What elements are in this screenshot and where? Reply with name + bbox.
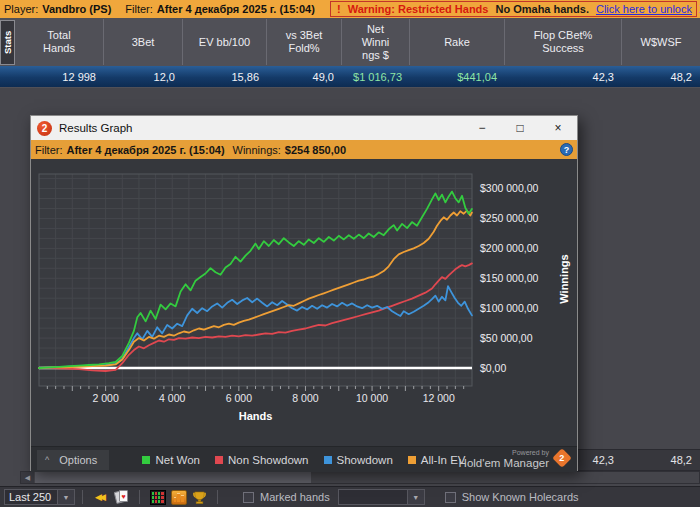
- hm2-badge-icon: 2: [552, 448, 572, 468]
- legend-swatch-orange: [408, 456, 416, 464]
- hand-range-value[interactable]: Last 250: [4, 489, 58, 505]
- legend-item-all-in-ev: All-In EV: [408, 454, 466, 466]
- results-graph-window: 2 Results Graph − □ × Filter: After 4 де…: [30, 115, 578, 471]
- bottom-toolbar: Last 250 ▼ ◀◀ ♥ Marked hands: [0, 486, 700, 507]
- scroll-left-arrow-icon[interactable]: ◀: [21, 472, 34, 483]
- close-button[interactable]: ×: [539, 117, 577, 139]
- svg-text:12 000: 12 000: [423, 392, 455, 404]
- filter-value: After 4 декабря 2025 г. (15:04): [157, 3, 315, 15]
- svg-text:8 000: 8 000: [292, 392, 318, 404]
- cell-net-winnings: $1 016,73: [342, 66, 410, 87]
- hand-history-button[interactable]: ♥: [113, 489, 130, 505]
- hand-range-select[interactable]: Last 250 ▼: [4, 489, 75, 505]
- show-known-holecards-label: Show Known Holecards: [462, 491, 579, 503]
- stats-vertical-tab[interactable]: Stats: [0, 20, 15, 65]
- col-header-3bet[interactable]: 3Bet: [104, 19, 183, 65]
- svg-text:Winnings: Winnings: [558, 254, 570, 303]
- chart-canvas: 2 0004 0006 0008 00010 00012 000Hands$0,…: [31, 159, 577, 446]
- svg-text:4 000: 4 000: [159, 392, 185, 404]
- top-status-bar: Player: Vandbro (PS) Filter: After 4 дек…: [0, 0, 700, 18]
- trophy-icon: [192, 490, 207, 505]
- totals-wswsf: 48,2: [671, 454, 692, 466]
- warning-exclamation-icon: !: [337, 3, 341, 15]
- restricted-hands-warning: ! Warning: Restricted Hands No Omaha han…: [330, 1, 697, 17]
- maximize-button[interactable]: □: [501, 117, 539, 139]
- cell-wswsf: 48,2: [622, 66, 700, 87]
- chevron-up-icon: ^: [45, 455, 49, 465]
- marked-hands-checkbox[interactable]: [243, 492, 254, 503]
- cell-rake: $441,04: [410, 66, 505, 87]
- col-header-flop-cbet[interactable]: Flop CBet% Success: [505, 19, 622, 65]
- warning-detail: No Omaha hands.: [495, 3, 589, 15]
- app-screen: Player: Vandbro (PS) Filter: After 4 дек…: [0, 0, 700, 507]
- options-button[interactable]: ^ Options: [37, 450, 109, 470]
- graph-bottom-bar: ^ Options Net Won Non Showdown Showdown: [31, 446, 577, 472]
- graph-filter-value: After 4 декабря 2025 г. (15:04): [67, 144, 225, 156]
- options-label: Options: [59, 454, 97, 466]
- marked-hands-label: Marked hands: [260, 491, 330, 503]
- svg-text:10 000: 10 000: [356, 392, 388, 404]
- svg-text:2 000: 2 000: [92, 392, 118, 404]
- svg-text:$300 000,00: $300 000,00: [480, 182, 539, 194]
- holdem-manager-text: Hold'em Manager: [459, 458, 549, 468]
- col-header-wswsf[interactable]: W$WSF: [622, 19, 700, 65]
- col-header-net-winnings[interactable]: Net Winni ngs $: [342, 19, 410, 65]
- replay-hands-button[interactable]: ◀◀: [92, 489, 109, 505]
- range-matrix-icon: [150, 490, 166, 505]
- cell-ev-bb100: 15,86: [183, 66, 267, 87]
- svg-text:$150 000,00: $150 000,00: [480, 272, 539, 284]
- results-chart: 2 0004 0006 0008 00010 00012 000Hands$0,…: [31, 159, 577, 446]
- card-heart-icon: ♥: [119, 490, 128, 502]
- show-known-holecards-checkbox[interactable]: [445, 492, 456, 503]
- chevron-down-icon[interactable]: ▼: [58, 489, 75, 505]
- marked-hands-select[interactable]: ▼: [338, 489, 425, 505]
- legend-item-non-showdown: Non Showdown: [215, 454, 309, 466]
- hand-range-grid-button[interactable]: [149, 489, 166, 505]
- help-icon[interactable]: ?: [560, 143, 573, 156]
- minimize-button[interactable]: −: [463, 117, 501, 139]
- stats-strip: Stats Total Hands 3Bet EV bb/100 vs 3Bet…: [0, 18, 700, 88]
- double-left-arrows-icon: ◀◀: [95, 492, 106, 502]
- toolbar-divider: [82, 490, 83, 504]
- scrollbar-thumb[interactable]: [35, 472, 311, 483]
- warning-title: Warning: Restricted Hands: [348, 3, 489, 15]
- hm2-logo-icon: 2: [37, 121, 52, 136]
- col-header-ev-bb100[interactable]: EV bb/100: [183, 19, 267, 65]
- legend-item-showdown: Showdown: [324, 454, 393, 466]
- svg-text:$0,00: $0,00: [480, 362, 506, 374]
- svg-text:$250 000,00: $250 000,00: [480, 212, 539, 224]
- graph-filter-bar: Filter: After 4 декабря 2025 г. (15:04) …: [31, 140, 577, 159]
- graph-button[interactable]: [170, 489, 187, 505]
- svg-text:$50 000,00: $50 000,00: [480, 332, 533, 344]
- filter-label: Filter:: [125, 3, 153, 15]
- bar-chart-icon: [171, 490, 187, 505]
- legend-swatch-blue: [324, 456, 332, 464]
- chevron-down-icon[interactable]: ▼: [408, 489, 425, 505]
- stats-header-row: Total Hands 3Bet EV bb/100 vs 3Bet Fold%…: [15, 19, 700, 65]
- player-label: Player:: [4, 3, 38, 15]
- col-header-total-hands[interactable]: Total Hands: [15, 19, 104, 65]
- legend-item-net-won: Net Won: [142, 454, 200, 466]
- toolbar-divider: [139, 490, 140, 504]
- unlock-link[interactable]: Click here to unlock: [596, 3, 692, 15]
- window-title: Results Graph: [59, 122, 133, 134]
- powered-by-branding: Powered by Hold'em Manager 2: [459, 448, 569, 468]
- legend-swatch-green: [142, 456, 150, 464]
- window-title-bar[interactable]: 2 Results Graph − □ ×: [31, 116, 577, 140]
- winnings-value: $254 850,00: [285, 144, 346, 156]
- stats-data-row[interactable]: 12 998 12,0 15,86 49,0 $1 016,73 $441,04…: [0, 66, 700, 87]
- toolbar-divider: [217, 490, 218, 504]
- winnings-label: Winnings:: [233, 144, 281, 156]
- cell-vs-3bet-fold: 49,0: [267, 66, 342, 87]
- svg-text:Hands: Hands: [239, 410, 273, 422]
- marked-hands-select-value[interactable]: [338, 489, 408, 505]
- tournament-results-button[interactable]: [191, 489, 208, 505]
- col-header-rake[interactable]: Rake: [410, 19, 505, 65]
- cell-flop-cbet: 42,3: [505, 66, 622, 87]
- cell-3bet: 12,0: [104, 66, 183, 87]
- svg-text:$100 000,00: $100 000,00: [480, 302, 539, 314]
- legend-swatch-red: [215, 456, 223, 464]
- horizontal-scrollbar[interactable]: ◀: [20, 471, 700, 484]
- totals-flop-cbet: 42,3: [593, 454, 614, 466]
- col-header-vs-3bet-fold[interactable]: vs 3Bet Fold%: [267, 19, 342, 65]
